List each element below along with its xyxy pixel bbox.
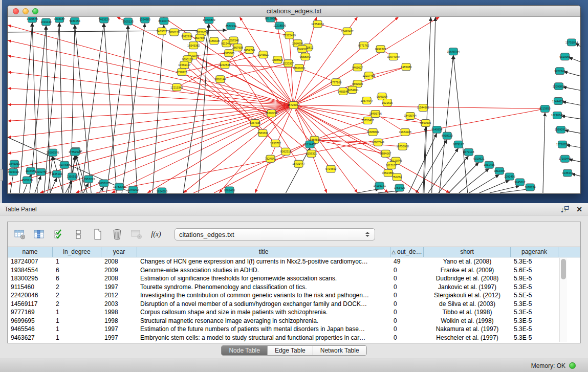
graph-edge[interactable]: [432, 17, 435, 193]
column-header-pagerank[interactable]: pagerank: [511, 247, 558, 257]
graph-edge[interactable]: [293, 82, 336, 105]
graph-edge[interactable]: [293, 105, 357, 193]
table-row[interactable]: 977716911998Corpus callosum shape and si…: [8, 308, 580, 317]
tab-network-table[interactable]: Network Table: [313, 346, 366, 355]
table-cell[interactable]: Corpus callosum shape and size in male p…: [137, 308, 390, 317]
graph-edge[interactable]: [104, 23, 117, 193]
table-cell[interactable]: 5.3E-5: [511, 257, 558, 266]
table-selector-dropdown[interactable]: citations_edges.txt: [175, 228, 375, 240]
graph-edge[interactable]: [562, 87, 580, 91]
graph-edge[interactable]: [147, 105, 293, 193]
graph-edge[interactable]: [35, 176, 41, 193]
graph-edge[interactable]: [112, 105, 293, 193]
table-cell[interactable]: 2003: [101, 300, 137, 309]
scrollbar-thumb[interactable]: [561, 259, 566, 279]
graph-edge[interactable]: [315, 120, 368, 140]
graph-edge[interactable]: [8, 72, 293, 105]
table-cell[interactable]: Genome-wide association studies in ADHD.: [137, 266, 390, 275]
graph-edge[interactable]: [543, 112, 545, 193]
table-cell[interactable]: 0: [390, 274, 424, 283]
table-cell[interactable]: 0: [390, 308, 424, 317]
graph-edge[interactable]: [199, 24, 209, 193]
table-cell[interactable]: 18724007: [8, 257, 53, 266]
graph-edge[interactable]: [8, 30, 227, 32]
table-cell[interactable]: 2008: [101, 274, 137, 283]
show-columns-icon[interactable]: [32, 228, 47, 241]
graph-edge[interactable]: [128, 25, 137, 193]
table-cell[interactable]: Tibbo et al. (1998): [424, 308, 511, 317]
table-cell[interactable]: 18300295: [8, 274, 53, 283]
table-cell[interactable]: 14569117: [8, 300, 53, 309]
table-row[interactable]: 1938455462009Genome-wide association stu…: [8, 266, 580, 275]
graph-edge[interactable]: [46, 26, 50, 193]
table-cell[interactable]: 1: [53, 257, 101, 266]
table-cell[interactable]: 1997: [101, 334, 137, 342]
table-row[interactable]: 1872400712008Changes of HCN gene express…: [8, 257, 580, 266]
table-row[interactable]: 1830029562008Estimation of significance …: [8, 274, 580, 283]
table-cell[interactable]: 2: [53, 300, 101, 309]
table-vertical-scrollbar[interactable]: [559, 258, 567, 342]
tab-edge-table[interactable]: Edge Table: [268, 346, 313, 355]
graph-edge[interactable]: [106, 25, 128, 193]
table-cell[interactable]: 9115460: [8, 283, 53, 292]
graph-edge[interactable]: [563, 72, 580, 76]
table-cell[interactable]: 1: [53, 308, 101, 317]
graph-edge[interactable]: [8, 105, 293, 154]
zoom-window-icon[interactable]: [32, 8, 38, 14]
table-cell[interactable]: 22420046: [8, 291, 53, 300]
graph-edge[interactable]: [480, 180, 510, 193]
column-header-year[interactable]: year: [101, 247, 137, 257]
graph-edge[interactable]: [8, 25, 293, 105]
table-cell[interactable]: 1: [53, 317, 101, 325]
column-header-short[interactable]: short: [424, 247, 511, 257]
table-cell[interactable]: 0: [390, 283, 424, 292]
table-cell[interactable]: 2: [53, 283, 101, 292]
table-cell[interactable]: 0: [390, 334, 424, 342]
float-panel-icon[interactable]: [559, 205, 571, 214]
function-builder-icon[interactable]: f(x): [149, 228, 163, 241]
table-cell[interactable]: 5.6E-5: [511, 266, 558, 275]
graph-edge[interactable]: [469, 174, 499, 193]
table-cell[interactable]: 5.3E-5: [511, 317, 558, 325]
table-cell[interactable]: Structural magnetic resonance image aver…: [137, 317, 390, 325]
table-cell[interactable]: Hescheler et al. (1997): [424, 334, 511, 342]
table-cell[interactable]: de Silva et al. (2003): [424, 300, 511, 309]
graph-edge[interactable]: [293, 105, 388, 193]
close-window-icon[interactable]: [13, 8, 19, 14]
side-panel-grip[interactable]: [0, 169, 3, 181]
table-cell[interactable]: Yano et al. (2008): [424, 257, 511, 266]
table-row[interactable]: 946554611997Estimation of the future num…: [8, 325, 580, 334]
table-row[interactable]: 1456911722003Disruption of a novel membe…: [8, 300, 580, 309]
table-cell[interactable]: 1: [53, 325, 101, 334]
table-cell[interactable]: 1997: [101, 283, 137, 292]
table-cell[interactable]: 6: [53, 266, 101, 275]
table-cell[interactable]: 2009: [101, 266, 137, 275]
table-cell[interactable]: 0: [390, 317, 424, 325]
table-cell[interactable]: 2: [53, 291, 101, 300]
table-cell[interactable]: 5.3E-5: [511, 334, 558, 342]
graph-edge[interactable]: [44, 23, 59, 193]
graph-edge[interactable]: [439, 156, 469, 193]
graph-edge[interactable]: [449, 162, 479, 193]
graph-edge[interactable]: [440, 55, 453, 193]
table-mode-icon[interactable]: [13, 228, 27, 241]
column-header-out-degree[interactable]: △out_de…: [390, 247, 424, 257]
graph-edge[interactable]: [293, 105, 373, 133]
minimize-window-icon[interactable]: [23, 8, 29, 14]
table-row[interactable]: 946362711997Embryonic stem cells: a mode…: [8, 334, 580, 342]
table-cell[interactable]: 9465546: [8, 325, 53, 334]
graph-edge[interactable]: [293, 105, 314, 140]
table-cell[interactable]: 0: [390, 325, 424, 334]
table-cell[interactable]: 0: [390, 291, 424, 300]
table-row[interactable]: 2242004622012Investigating the contribut…: [8, 291, 580, 300]
graph-edge[interactable]: [459, 168, 489, 193]
table-cell[interactable]: 9463627: [8, 334, 53, 342]
table-cell[interactable]: 2008: [101, 257, 137, 266]
table-cell[interactable]: 5.3E-5: [511, 300, 558, 309]
graph-edge[interactable]: [8, 105, 293, 170]
table-cell[interactable]: 6: [53, 274, 101, 283]
table-cell[interactable]: 1: [53, 334, 101, 342]
delete-column-icon[interactable]: [110, 228, 124, 241]
table-cell[interactable]: 5.5E-5: [511, 291, 558, 300]
table-cell[interactable]: 5.9E-5: [511, 274, 558, 283]
